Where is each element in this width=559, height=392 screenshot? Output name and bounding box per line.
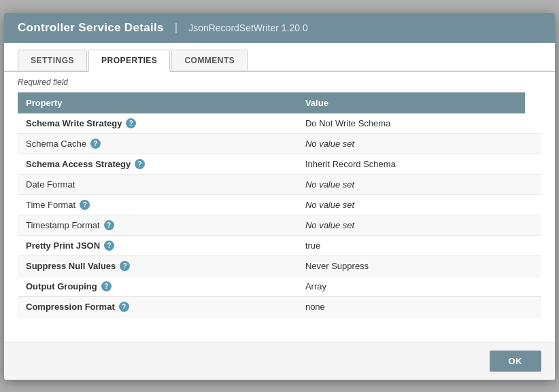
value-cell-time-format: No value set — [297, 194, 525, 215]
property-cell-date-format: Date Format — [18, 174, 297, 194]
value-cell-date-format: No value set — [297, 174, 525, 194]
action-cell-date-format — [525, 174, 541, 194]
help-icon-timestamp-format[interactable]: ? — [104, 220, 114, 230]
help-icon-compression-format[interactable]: ? — [119, 302, 129, 312]
action-cell-compression-format — [525, 296, 541, 317]
help-icon-suppress-null-values[interactable]: ? — [120, 261, 130, 271]
dialog-title: Controller Service Details — [18, 21, 164, 35]
property-name-timestamp-format: Timestamp Format — [26, 220, 100, 230]
property-name-date-format: Date Format — [26, 179, 75, 190]
table-row: Schema Write Strategy?Do Not Write Schem… — [18, 113, 541, 134]
tab-properties[interactable]: PROPERTIES — [88, 50, 170, 72]
help-icon-pretty-print-json[interactable]: ? — [104, 240, 114, 251]
help-icon-output-grouping[interactable]: ? — [101, 281, 112, 291]
action-cell-schema-access-strategy — [525, 154, 541, 174]
property-cell-pretty-print-json: Pretty Print JSON? — [18, 235, 297, 255]
help-icon-time-format[interactable]: ? — [80, 200, 90, 210]
property-cell-output-grouping: Output Grouping? — [18, 276, 297, 296]
property-cell-schema-write-strategy: Schema Write Strategy? — [18, 113, 297, 134]
dialog-separator: | — [175, 21, 177, 35]
help-icon-schema-write-strategy[interactable]: ? — [126, 118, 136, 128]
action-cell-schema-cache — [525, 133, 541, 154]
property-cell-time-format: Time Format? — [18, 194, 297, 215]
column-header-property: Property — [18, 92, 297, 113]
property-cell-compression-format: Compression Format? — [18, 296, 297, 317]
property-name-suppress-null-values: Suppress Null Values — [26, 261, 116, 271]
action-cell-pretty-print-json — [525, 235, 541, 255]
action-cell-timestamp-format — [525, 215, 541, 235]
property-cell-schema-cache: Schema Cache? — [18, 133, 297, 154]
dialog-subtitle: JsonRecordSetWriter 1.20.0 — [188, 22, 308, 33]
table-row: Schema Access Strategy?Inherit Record Sc… — [18, 154, 541, 174]
property-name-time-format: Time Format — [26, 200, 75, 210]
table-row: Schema Cache?No value set — [18, 133, 541, 154]
property-name-pretty-print-json: Pretty Print JSON — [26, 240, 100, 251]
help-icon-schema-access-strategy[interactable]: ? — [135, 159, 145, 169]
dialog-footer: OK — [4, 342, 555, 380]
action-cell-time-format — [525, 194, 541, 215]
controller-service-dialog: Controller Service Details | JsonRecordS… — [4, 13, 555, 380]
property-cell-schema-access-strategy: Schema Access Strategy? — [18, 154, 297, 174]
value-cell-pretty-print-json: true — [297, 235, 525, 255]
table-row: Timestamp Format?No value set — [18, 215, 541, 235]
required-field-label: Required field — [4, 72, 555, 92]
property-name-schema-cache: Schema Cache — [26, 139, 86, 149]
value-cell-timestamp-format: No value set — [297, 215, 525, 235]
table-row: Pretty Print JSON?true — [18, 235, 541, 255]
dialog-body: SETTINGS PROPERTIES COMMENTS Required fi… — [4, 43, 555, 342]
tab-comments[interactable]: COMMENTS — [171, 50, 248, 71]
properties-table: Property Value Schema Write Strategy?Do … — [18, 92, 541, 317]
property-name-output-grouping: Output Grouping — [26, 281, 97, 291]
value-cell-compression-format: none — [297, 296, 525, 317]
value-cell-output-grouping: Array — [297, 276, 525, 296]
value-cell-schema-access-strategy: Inherit Record Schema — [297, 154, 525, 174]
help-icon-schema-cache[interactable]: ? — [90, 139, 101, 149]
property-name-schema-write-strategy: Schema Write Strategy — [26, 118, 122, 128]
value-cell-schema-write-strategy: Do Not Write Schema — [297, 113, 525, 134]
table-row: Time Format?No value set — [18, 194, 541, 215]
table-row: Output Grouping?Array — [18, 276, 541, 296]
dialog-header: Controller Service Details | JsonRecordS… — [4, 13, 555, 43]
tab-settings[interactable]: SETTINGS — [18, 50, 87, 71]
ok-button[interactable]: OK — [490, 351, 542, 372]
value-cell-suppress-null-values: Never Suppress — [297, 255, 525, 276]
property-name-compression-format: Compression Format — [26, 302, 115, 312]
property-cell-timestamp-format: Timestamp Format? — [18, 215, 297, 235]
property-cell-suppress-null-values: Suppress Null Values? — [18, 255, 297, 276]
action-cell-output-grouping — [525, 276, 541, 296]
table-row: Compression Format?none — [18, 296, 541, 317]
table-header-row: Property Value — [18, 92, 541, 113]
tabs-container: SETTINGS PROPERTIES COMMENTS — [4, 43, 555, 72]
action-cell-suppress-null-values — [525, 255, 541, 276]
action-cell-schema-write-strategy — [525, 113, 541, 134]
property-name-schema-access-strategy: Schema Access Strategy — [26, 159, 131, 169]
column-header-value: Value — [297, 92, 525, 113]
table-row: Date FormatNo value set — [18, 174, 541, 194]
table-row: Suppress Null Values?Never Suppress — [18, 255, 541, 276]
value-cell-schema-cache: No value set — [297, 133, 525, 154]
